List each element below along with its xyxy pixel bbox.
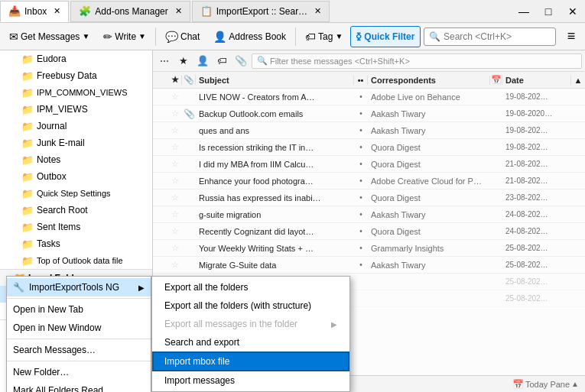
- qt-search-box[interactable]: 🔍: [252, 53, 582, 69]
- ctx-sub-export-all[interactable]: Export all the folders: [152, 278, 349, 296]
- folder-journal-icon: 📁: [21, 121, 34, 132]
- search-icon: 🔍: [429, 31, 440, 42]
- ctx-sub-export-arrow: ▶: [331, 320, 337, 329]
- email-row-2[interactable]: ☆ 📎 Backup Outlook.com emails • Aakash T…: [153, 105, 585, 122]
- qt-btn-tag[interactable]: 🏷: [213, 53, 230, 70]
- ctx-importexport-icon: 🔧: [13, 282, 24, 293]
- email-row-7[interactable]: ☆ Russia has expressed its inabi… • Quor…: [153, 190, 585, 206]
- sidebar-item-top-outlook[interactable]: 📁 Top of Outlook data file: [0, 252, 152, 269]
- sidebar-item-notes[interactable]: 📁 Notes: [0, 151, 152, 168]
- email-row-3[interactable]: ☆ ques and ans • Aakash Tiwary 19-08-202…: [153, 122, 585, 139]
- sidebar-item-freebusy[interactable]: 📁 Freebusy Data: [0, 67, 152, 84]
- email-row-6[interactable]: ☆ Enhance your food photogra… • Adobe Cr…: [153, 173, 585, 190]
- col-date-icon[interactable]: 📅: [490, 75, 502, 85]
- folder-eudora-icon: 📁: [21, 53, 34, 65]
- col-sort[interactable]: ▲: [571, 76, 585, 85]
- folder-outbox-icon: 📁: [21, 171, 34, 183]
- sidebar-item-tasks[interactable]: 📁 Tasks: [0, 235, 152, 252]
- get-messages-btn[interactable]: ✉ Get Messages ▼: [3, 26, 96, 47]
- email-row-10[interactable]: ☆ Your Weekly Writing Stats + … • Gramma…: [153, 240, 585, 257]
- tab-importexport-close[interactable]: ✕: [314, 6, 321, 16]
- sidebar-item-searchroot[interactable]: 📁 Search Root: [0, 202, 152, 219]
- get-messages-dropdown[interactable]: ▼: [82, 32, 89, 40]
- importexport-icon: 📋: [200, 5, 213, 17]
- tag-dropdown[interactable]: ▼: [335, 32, 343, 40]
- search-box[interactable]: 🔍: [424, 28, 556, 46]
- folder-ipm-common-icon: 📁: [21, 87, 34, 99]
- email-row-1[interactable]: ☆ LIVE NOW - Creators from A… • Adobe Li…: [153, 89, 585, 105]
- address-book-icon: 👤: [213, 31, 226, 43]
- ctx-new-folder[interactable]: New Folder…: [7, 363, 151, 381]
- menu-hamburger-btn[interactable]: ≡: [561, 26, 582, 47]
- ctx-separator2: [7, 339, 151, 339]
- sidebar-item-ipm-common[interactable]: 📁 IPM_COMMON_VIEWS: [0, 84, 152, 101]
- title-bar: 📥 Inbox ✕ 🧩 Add-ons Manager ✕ 📋 ImportEx…: [0, 0, 585, 23]
- sidebar-item-journal[interactable]: 📁 Journal: [0, 118, 152, 134]
- col-star[interactable]: ★: [168, 75, 182, 85]
- email-row-11[interactable]: ☆ Migrate G-Suite data • Aakash Tiwary 2…: [153, 257, 585, 274]
- today-pane-icon: 📅: [512, 379, 524, 390]
- tag-btn[interactable]: 🏷 Tag ▼: [299, 26, 349, 47]
- email-row-5[interactable]: ☆ I did my MBA from IIM Calcu… • Quora D…: [153, 156, 585, 173]
- tab-inbox-close[interactable]: ✕: [54, 6, 60, 16]
- chat-btn[interactable]: 💬 Chat: [159, 26, 206, 47]
- write-btn[interactable]: ✏ Write ▼: [97, 26, 152, 47]
- col-correspondents[interactable]: Correspondents: [368, 76, 490, 85]
- email-row-4[interactable]: ☆ Is recession striking the IT in… • Quo…: [153, 139, 585, 156]
- email-row-9[interactable]: ☆ Recently Cognizant did layot… • Quora …: [153, 223, 585, 240]
- col-tag[interactable]: ••: [354, 76, 368, 85]
- today-pane-arrow: ▲: [571, 380, 579, 388]
- folder-freebusy-icon: 📁: [21, 70, 34, 82]
- ctx-sub-search-export[interactable]: Search and export: [152, 333, 349, 352]
- ctx-open-tab[interactable]: Open in New Tab: [7, 300, 151, 319]
- col-attach[interactable]: 📎: [182, 75, 196, 85]
- col-subject[interactable]: Subject: [196, 76, 354, 85]
- ctx-open-window[interactable]: Open in New Window: [7, 319, 151, 337]
- ctx-sub-export-structure[interactable]: Export all the folders (with structure): [152, 296, 349, 315]
- sidebar-item-outbox[interactable]: 📁 Outbox: [0, 168, 152, 185]
- sidebar-item-eudora[interactable]: 📁 Eudora: [0, 50, 152, 67]
- search-input[interactable]: [444, 31, 551, 42]
- quick-filter-btn[interactable]: ⧲ Quick Filter: [350, 26, 421, 47]
- close-btn[interactable]: ✕: [561, 1, 585, 22]
- minimize-btn[interactable]: —: [512, 1, 536, 22]
- qt-btn-thread[interactable]: ⋯: [156, 53, 173, 70]
- sidebar-item-junk[interactable]: 📁 Junk E-mail: [0, 134, 152, 151]
- sidebar-item-quickstep[interactable]: 📁 Quick Step Settings: [0, 185, 152, 202]
- ctx-separator3: [7, 361, 151, 361]
- tab-addons[interactable]: 🧩 Add-ons Manager ✕: [70, 1, 190, 22]
- tab-importexport[interactable]: 📋 ImportExport :: Sear… ✕: [192, 1, 330, 22]
- filter-icon: ⧲: [356, 31, 362, 43]
- ctx-importexport-ng[interactable]: 🔧 ImportExportTools NG ▶: [7, 278, 151, 296]
- ctx-search-messages[interactable]: Search Messages…: [7, 341, 151, 359]
- toolbar: ✉ Get Messages ▼ ✏ Write ▼ 💬 Chat 👤 Addr…: [0, 23, 585, 50]
- address-book-btn[interactable]: 👤 Address Book: [207, 26, 292, 47]
- email-row-8[interactable]: ☆ g-suite migration • Aakash Tiwary 24-0…: [153, 206, 585, 223]
- folder-tasks-icon: 📁: [21, 238, 34, 250]
- tab-inbox-label: Inbox: [24, 6, 47, 17]
- folder-top-icon: 📁: [21, 255, 34, 267]
- ctx-sub-export-messages[interactable]: Export all messages in the folder ▶: [152, 315, 349, 333]
- sidebar-item-sent[interactable]: 📁 Sent Items: [0, 219, 152, 235]
- qt-btn-attach[interactable]: 📎: [232, 53, 249, 70]
- toolbar-separator1: [155, 28, 156, 46]
- folder-notes-icon: 📁: [21, 154, 34, 166]
- folder-searchroot-icon: 📁: [21, 205, 34, 216]
- sidebar-item-ipm-views[interactable]: 📁 IPM_VIEWS: [0, 101, 152, 118]
- qt-btn-star[interactable]: ★: [175, 53, 192, 70]
- ctx-mark-all-read[interactable]: Mark All Folders Read: [7, 381, 151, 392]
- col-date[interactable]: Date: [502, 76, 571, 85]
- write-dropdown[interactable]: ▼: [138, 32, 146, 40]
- qt-search-icon: 🔍: [257, 56, 268, 66]
- maximize-btn[interactable]: □: [536, 1, 561, 22]
- folder-sent-icon: 📁: [21, 222, 34, 233]
- filter-input[interactable]: [270, 57, 577, 66]
- ctx-sub-import-mbox[interactable]: Import mbox file: [152, 352, 349, 371]
- today-pane-btn[interactable]: 📅 Today Pane ▲: [512, 379, 579, 390]
- chat-icon: 💬: [165, 31, 178, 43]
- ctx-sub-import-messages[interactable]: Import messages: [152, 371, 349, 390]
- tab-addons-close[interactable]: ✕: [175, 6, 182, 16]
- qt-btn-contact[interactable]: 👤: [194, 53, 211, 70]
- inbox-icon: 📥: [8, 5, 21, 17]
- tab-inbox[interactable]: 📥 Inbox ✕: [0, 1, 69, 22]
